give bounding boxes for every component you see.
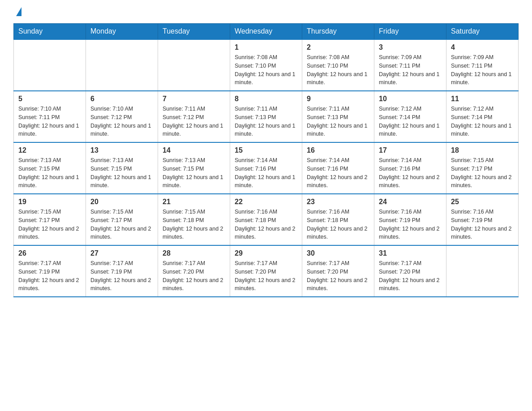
day-info: Sunrise: 7:13 AMSunset: 7:15 PMDaylight:…: [90, 156, 153, 190]
calendar-cell: 3Sunrise: 7:09 AMSunset: 7:11 PMDaylight…: [374, 39, 446, 91]
day-info: Sunrise: 7:11 AMSunset: 7:12 PMDaylight:…: [163, 105, 225, 138]
day-number: 25: [451, 198, 514, 206]
calendar-cell: 23Sunrise: 7:16 AMSunset: 7:18 PMDayligh…: [302, 194, 374, 245]
day-info: Sunrise: 7:11 AMSunset: 7:13 PMDaylight:…: [235, 105, 297, 138]
day-number: 14: [163, 146, 225, 154]
day-number: 6: [90, 95, 153, 103]
calendar-cell: 25Sunrise: 7:16 AMSunset: 7:19 PMDayligh…: [446, 194, 519, 245]
day-number: 22: [235, 198, 297, 206]
weekday-header-wednesday: Wednesday: [230, 24, 302, 40]
calendar-cell: 20Sunrise: 7:15 AMSunset: 7:17 PMDayligh…: [86, 194, 158, 245]
day-number: 5: [18, 95, 81, 103]
day-number: 11: [451, 95, 514, 103]
day-number: 23: [307, 198, 369, 206]
day-number: 27: [90, 249, 153, 257]
day-info: Sunrise: 7:14 AMSunset: 7:16 PMDaylight:…: [379, 156, 442, 190]
day-number: 16: [307, 146, 369, 154]
day-info: Sunrise: 7:08 AMSunset: 7:10 PMDaylight:…: [235, 53, 297, 87]
calendar-cell: [14, 39, 86, 91]
calendar-cell: 8Sunrise: 7:11 AMSunset: 7:13 PMDaylight…: [230, 91, 302, 142]
calendar-cell: 10Sunrise: 7:12 AMSunset: 7:14 PMDayligh…: [374, 91, 446, 142]
calendar-cell: 22Sunrise: 7:16 AMSunset: 7:18 PMDayligh…: [230, 194, 302, 245]
day-info: Sunrise: 7:17 AMSunset: 7:19 PMDaylight:…: [90, 259, 153, 293]
day-info: Sunrise: 7:11 AMSunset: 7:13 PMDaylight:…: [307, 105, 369, 138]
weekday-header-sunday: Sunday: [14, 24, 86, 40]
calendar-cell: [86, 39, 158, 91]
day-number: 15: [235, 146, 297, 154]
calendar-cell: 5Sunrise: 7:10 AMSunset: 7:11 PMDaylight…: [14, 91, 86, 142]
calendar-cell: 19Sunrise: 7:15 AMSunset: 7:17 PMDayligh…: [14, 194, 86, 245]
calendar-cell: 14Sunrise: 7:13 AMSunset: 7:15 PMDayligh…: [158, 142, 230, 194]
calendar-cell: 13Sunrise: 7:13 AMSunset: 7:15 PMDayligh…: [86, 142, 158, 194]
day-info: Sunrise: 7:08 AMSunset: 7:10 PMDaylight:…: [307, 53, 369, 87]
calendar-table: SundayMondayTuesdayWednesdayThursdayFrid…: [13, 23, 519, 297]
day-number: 31: [379, 249, 442, 257]
calendar-cell: 11Sunrise: 7:12 AMSunset: 7:14 PMDayligh…: [446, 91, 519, 142]
day-info: Sunrise: 7:15 AMSunset: 7:17 PMDaylight:…: [451, 156, 514, 190]
day-info: Sunrise: 7:14 AMSunset: 7:16 PMDaylight:…: [307, 156, 369, 190]
day-info: Sunrise: 7:10 AMSunset: 7:11 PMDaylight:…: [18, 105, 81, 138]
weekday-header-monday: Monday: [86, 24, 158, 40]
week-row-3: 12Sunrise: 7:13 AMSunset: 7:15 PMDayligh…: [14, 142, 519, 194]
day-number: 30: [307, 249, 369, 257]
week-row-5: 26Sunrise: 7:17 AMSunset: 7:19 PMDayligh…: [14, 245, 519, 297]
day-info: Sunrise: 7:17 AMSunset: 7:20 PMDaylight:…: [379, 259, 442, 293]
calendar-cell: 2Sunrise: 7:08 AMSunset: 7:10 PMDaylight…: [302, 39, 374, 91]
calendar-cell: 15Sunrise: 7:14 AMSunset: 7:16 PMDayligh…: [230, 142, 302, 194]
day-info: Sunrise: 7:09 AMSunset: 7:11 PMDaylight:…: [379, 53, 442, 87]
calendar-cell: 27Sunrise: 7:17 AMSunset: 7:19 PMDayligh…: [86, 245, 158, 297]
day-info: Sunrise: 7:09 AMSunset: 7:11 PMDaylight:…: [451, 53, 514, 87]
calendar-cell: 31Sunrise: 7:17 AMSunset: 7:20 PMDayligh…: [374, 245, 446, 297]
day-number: 20: [90, 198, 153, 206]
day-info: Sunrise: 7:10 AMSunset: 7:12 PMDaylight:…: [90, 105, 153, 138]
day-number: 12: [18, 146, 81, 154]
calendar-cell: 17Sunrise: 7:14 AMSunset: 7:16 PMDayligh…: [374, 142, 446, 194]
day-info: Sunrise: 7:17 AMSunset: 7:19 PMDaylight:…: [18, 259, 81, 293]
day-number: 13: [90, 146, 153, 154]
day-info: Sunrise: 7:13 AMSunset: 7:15 PMDaylight:…: [163, 156, 225, 190]
calendar-cell: 9Sunrise: 7:11 AMSunset: 7:13 PMDaylight…: [302, 91, 374, 142]
day-info: Sunrise: 7:15 AMSunset: 7:17 PMDaylight:…: [90, 208, 153, 241]
calendar-cell: 24Sunrise: 7:16 AMSunset: 7:19 PMDayligh…: [374, 194, 446, 245]
calendar-cell: [158, 39, 230, 91]
week-row-2: 5Sunrise: 7:10 AMSunset: 7:11 PMDaylight…: [14, 91, 519, 142]
day-number: 28: [163, 249, 225, 257]
day-number: 1: [235, 43, 297, 51]
day-number: 3: [379, 43, 442, 51]
day-number: 9: [307, 95, 369, 103]
day-number: 18: [451, 146, 514, 154]
day-info: Sunrise: 7:14 AMSunset: 7:16 PMDaylight:…: [235, 156, 297, 190]
calendar-cell: 1Sunrise: 7:08 AMSunset: 7:10 PMDaylight…: [230, 39, 302, 91]
calendar-cell: 26Sunrise: 7:17 AMSunset: 7:19 PMDayligh…: [14, 245, 86, 297]
calendar-cell: 28Sunrise: 7:17 AMSunset: 7:20 PMDayligh…: [158, 245, 230, 297]
logo-triangle-icon: [16, 7, 21, 16]
day-number: 4: [451, 43, 514, 51]
weekday-header-thursday: Thursday: [302, 24, 374, 40]
calendar-cell: [446, 245, 519, 297]
day-info: Sunrise: 7:17 AMSunset: 7:20 PMDaylight:…: [163, 259, 225, 293]
calendar-cell: 7Sunrise: 7:11 AMSunset: 7:12 PMDaylight…: [158, 91, 230, 142]
weekday-header-tuesday: Tuesday: [158, 24, 230, 40]
calendar-cell: 6Sunrise: 7:10 AMSunset: 7:12 PMDaylight…: [86, 91, 158, 142]
calendar-cell: 29Sunrise: 7:17 AMSunset: 7:20 PMDayligh…: [230, 245, 302, 297]
logo: [13, 9, 21, 16]
day-number: 29: [235, 249, 297, 257]
day-info: Sunrise: 7:17 AMSunset: 7:20 PMDaylight:…: [307, 259, 369, 293]
day-number: 17: [379, 146, 442, 154]
day-number: 19: [18, 198, 81, 206]
weekday-header-saturday: Saturday: [446, 24, 519, 40]
day-number: 2: [307, 43, 369, 51]
day-info: Sunrise: 7:17 AMSunset: 7:20 PMDaylight:…: [235, 259, 297, 293]
day-info: Sunrise: 7:16 AMSunset: 7:19 PMDaylight:…: [451, 208, 514, 241]
day-info: Sunrise: 7:15 AMSunset: 7:18 PMDaylight:…: [163, 208, 225, 241]
day-info: Sunrise: 7:16 AMSunset: 7:19 PMDaylight:…: [379, 208, 442, 241]
weekday-header-friday: Friday: [374, 24, 446, 40]
day-number: 21: [163, 198, 225, 206]
day-number: 26: [18, 249, 81, 257]
weekday-header-row: SundayMondayTuesdayWednesdayThursdayFrid…: [14, 24, 519, 40]
day-info: Sunrise: 7:12 AMSunset: 7:14 PMDaylight:…: [379, 105, 442, 138]
calendar-cell: 30Sunrise: 7:17 AMSunset: 7:20 PMDayligh…: [302, 245, 374, 297]
calendar-cell: 18Sunrise: 7:15 AMSunset: 7:17 PMDayligh…: [446, 142, 519, 194]
page-header: [13, 9, 519, 16]
week-row-1: 1Sunrise: 7:08 AMSunset: 7:10 PMDaylight…: [14, 39, 519, 91]
